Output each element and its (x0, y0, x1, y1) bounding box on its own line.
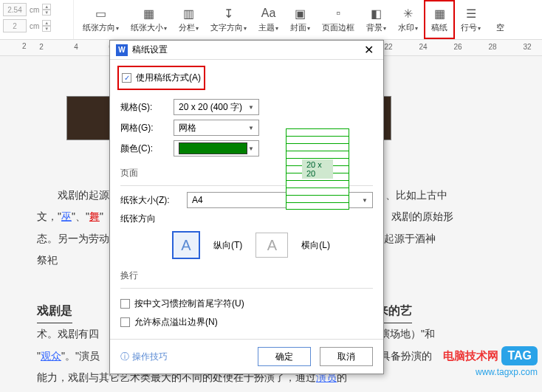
ribbon-label: 文字方向▾ (210, 22, 247, 33)
ribbon-icon: ▥ (182, 6, 196, 21)
ribbon-label: 水印▾ (398, 22, 418, 33)
orientation-label: 纸张方向 (120, 213, 168, 225)
ribbon-背景[interactable]: ◧背景▾ (360, 0, 392, 39)
unit-label: cm (30, 6, 39, 14)
cancel-button[interactable]: 取消 (320, 347, 373, 366)
ribbon-label: 分栏▾ (179, 22, 199, 33)
ruler-left-num: 2 (22, 42, 27, 50)
margin-input-1[interactable] (3, 3, 27, 16)
portrait-label: 纵向(T) (213, 239, 242, 252)
use-manuscript-label: 使用稿纸方式(A) (136, 72, 201, 84)
ribbon-分栏[interactable]: ▥分栏▾ (173, 0, 205, 39)
ribbon-行号[interactable]: ☰行号▾ (455, 0, 487, 39)
ribbon-icon: ☰ (464, 6, 478, 21)
chevron-down-icon: ▼ (362, 197, 368, 204)
ribbon-文字方向[interactable]: ↧文字方向▾ (205, 0, 253, 39)
dialog-titlebar: W 稿纸设置 ✕ (110, 41, 383, 60)
ribbon-icon: ▦ (432, 6, 447, 21)
ribbon-主题[interactable]: Aa主题▾ (253, 0, 284, 39)
wrap-punct-checkbox[interactable] (120, 317, 130, 327)
info-icon: ⓘ (120, 351, 129, 363)
wrap-cjk-checkbox[interactable] (120, 299, 130, 309)
ribbon-icon (493, 6, 507, 21)
ribbon-label: 封面▾ (290, 22, 310, 33)
ribbon-label: 空 (496, 22, 504, 33)
ribbon-label: 纸张大小▾ (131, 22, 167, 33)
color-label: 颜色(C): (120, 142, 168, 155)
grid-label: 网格(G): (120, 122, 168, 134)
section-heading: 戏剧是 (37, 298, 72, 324)
ribbon-icon: ↧ (222, 6, 236, 21)
watermark-tag: TAG (501, 346, 538, 365)
ribbon-margin-inputs: cm ▲▼ cm ▲▼ (0, 0, 74, 39)
grid-combo[interactable]: 网格▼ (174, 120, 259, 136)
ruler-tick: 28 (488, 43, 497, 51)
unit-label: cm (30, 22, 39, 30)
orientation-portrait[interactable]: A (172, 231, 200, 259)
watermark-url: www.tagxp.com (476, 367, 538, 377)
ribbon-icon: ▣ (293, 6, 308, 21)
site-watermark: 电脑技术网 TAG www.tagxp.com (443, 346, 538, 377)
wrap-cjk-label: 按中文习惯控制首尾字符(U) (134, 298, 244, 310)
highlight-box: ✓ 使用稿纸方式(A) (117, 66, 205, 90)
chevron-down-icon: ▼ (248, 125, 254, 131)
stepper-1[interactable]: ▲▼ (42, 4, 51, 16)
ruler-tick: 2 (37, 43, 46, 51)
paper-size-label: 纸张大小(Z): (120, 194, 181, 207)
ribbon-icon: Aa (261, 6, 276, 21)
wrap-section-header: 换行 (120, 269, 373, 282)
ruler-tick: 26 (453, 43, 462, 51)
wrap-punct-label: 允许标点溢出边界(N) (134, 316, 218, 329)
ruler-tick: 22 (384, 43, 393, 51)
ribbon-label: 页面边框 (322, 22, 354, 33)
stepper-2[interactable]: ▲▼ (42, 20, 51, 32)
ribbon-label: 纸张方向▾ (83, 22, 119, 33)
ribbon-toolbar: cm ▲▼ cm ▲▼ ▭纸张方向▾▦纸张大小▾▥分栏▾↧文字方向▾Aa主题▾▣… (0, 0, 542, 40)
margin-input-2[interactable] (3, 19, 27, 32)
ribbon-稿纸[interactable]: ▦稿纸 (424, 0, 455, 39)
ribbon-纸张大小[interactable]: ▦纸张大小▾ (125, 0, 173, 39)
ribbon-封面[interactable]: ▣封面▾ (284, 0, 316, 39)
color-swatch (179, 142, 247, 154)
ruler-tick: 4 (72, 43, 80, 51)
landscape-label: 横向(L) (301, 239, 330, 252)
ribbon-label: 背景▾ (366, 22, 386, 33)
close-icon[interactable]: ✕ (360, 43, 377, 57)
ribbon-icon: ▦ (142, 6, 157, 21)
ribbon-icon: ▭ (94, 6, 109, 21)
ribbon-纸张方向[interactable]: ▭纸张方向▾ (77, 0, 125, 39)
grid-preview: 20 x 20 (286, 128, 349, 210)
orientation-landscape[interactable]: A (255, 233, 288, 258)
ruler-tick: 24 (419, 43, 428, 51)
color-combo[interactable]: ▼ (174, 140, 259, 157)
ribbon-icon: ◧ (369, 6, 384, 21)
ribbon-水印[interactable]: ✳水印▾ (392, 0, 424, 39)
dialog-title: 稿纸设置 (132, 44, 360, 56)
ribbon-空[interactable]: 空 (487, 0, 513, 39)
ribbon-label: 稿纸 (431, 22, 447, 33)
ribbon-icon: ▫ (331, 6, 346, 21)
ribbon-label: 行号▾ (461, 22, 481, 33)
chevron-down-icon: ▼ (248, 145, 254, 152)
ok-button[interactable]: 确定 (258, 347, 311, 366)
tips-link[interactable]: ⓘ操作技巧 (120, 351, 168, 363)
ribbon-label: 主题▾ (258, 22, 278, 33)
grid-preview-label: 20 x 20 (302, 159, 333, 179)
app-icon: W (116, 44, 128, 56)
spec-label: 规格(S): (120, 101, 168, 114)
ribbon-页面边框[interactable]: ▫页面边框 (316, 0, 360, 39)
spec-combo[interactable]: 20 x 20 (400 字)▼ (174, 99, 259, 115)
watermark-brand: 电脑技术网 (443, 349, 498, 363)
chevron-down-icon: ▼ (248, 104, 254, 111)
ruler-tick: 32 (523, 43, 532, 51)
ribbon-icon: ✳ (401, 6, 416, 21)
manuscript-settings-dialog: W 稿纸设置 ✕ ✓ 使用稿纸方式(A) 20 x 20 规格(S): 20 x… (109, 40, 384, 374)
use-manuscript-checkbox[interactable]: ✓ (122, 73, 131, 83)
